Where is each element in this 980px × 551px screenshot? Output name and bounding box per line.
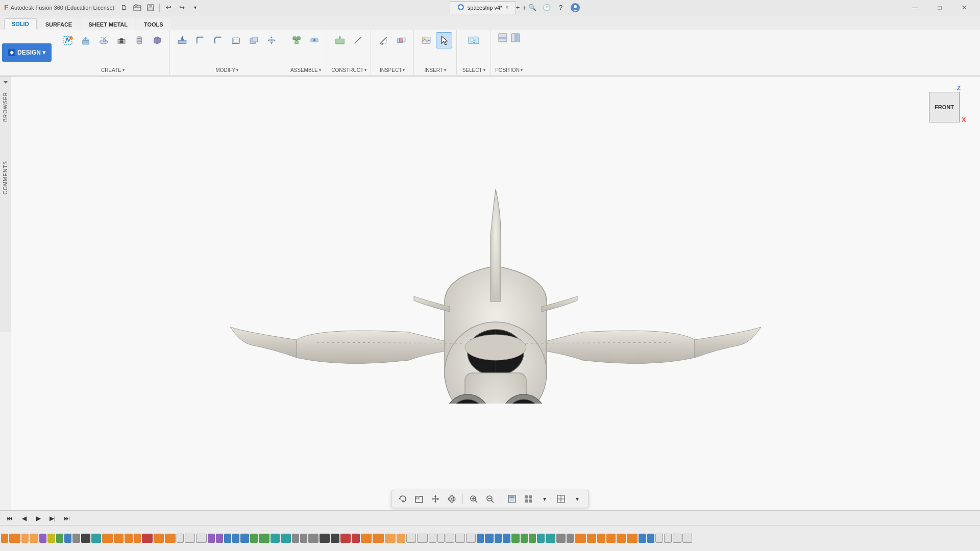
joint-icon[interactable] [306, 32, 323, 48]
viewport[interactable]: Z FRONT X [11, 77, 980, 510]
timeline-item-52[interactable] [511, 534, 519, 543]
skip-end-button[interactable]: ⏭ [61, 513, 72, 524]
sidebar-browser-tab[interactable]: BROWSER [1, 88, 10, 126]
timeline-item-42[interactable] [417, 534, 428, 543]
timeline-item-22[interactable] [216, 534, 223, 543]
timeline-item-31[interactable] [300, 534, 307, 543]
layout-more-icon[interactable]: ▾ [570, 492, 584, 506]
timeline-item-59[interactable] [575, 534, 586, 543]
timeline-item-24[interactable] [232, 534, 239, 543]
shell-icon[interactable] [228, 32, 244, 48]
timeline-item-8[interactable] [72, 534, 81, 543]
account-button[interactable] [570, 2, 581, 13]
combine-icon[interactable] [246, 32, 262, 48]
timeline-item-19[interactable] [185, 534, 195, 543]
prev-button[interactable]: ◀ [18, 513, 30, 524]
thread-icon[interactable] [131, 32, 148, 48]
tab-tools[interactable]: TOOLS [136, 18, 171, 30]
tab-close-button[interactable]: × [505, 5, 508, 10]
timeline-item-65[interactable] [639, 534, 646, 543]
timeline-item-20[interactable] [196, 534, 207, 543]
timeline-item-15[interactable] [142, 534, 153, 543]
play-button[interactable]: ▶ [33, 513, 44, 524]
position-right-icon[interactable] [510, 32, 521, 43]
timeline-item-25[interactable] [240, 534, 249, 543]
create-sketch-icon[interactable]: + [60, 32, 76, 48]
help-button[interactable]: ? [555, 2, 567, 13]
timeline-item-2[interactable] [21, 534, 29, 543]
redo-button[interactable]: ↪ [176, 2, 187, 13]
save-button[interactable] [145, 2, 156, 13]
construct-plane-icon[interactable] [332, 32, 348, 48]
timeline-item-9[interactable] [81, 534, 90, 543]
timeline-item-35[interactable] [340, 534, 351, 543]
timeline-item-55[interactable] [537, 534, 544, 543]
move-icon[interactable] [263, 32, 280, 48]
skip-start-button[interactable]: ⏮ [4, 513, 15, 524]
add-tab-button[interactable]: + [518, 2, 530, 14]
zoom-in-icon[interactable] [467, 492, 481, 506]
timeline-item-21[interactable] [208, 534, 215, 543]
create-more-icon[interactable] [149, 32, 165, 48]
select-tool-icon[interactable] [461, 32, 486, 48]
timeline-item-30[interactable] [292, 534, 299, 543]
timeline-item-13[interactable] [125, 534, 133, 543]
timeline-item-67[interactable] [655, 534, 663, 543]
timeline-item-17[interactable] [165, 534, 176, 543]
position-left-icon[interactable] [497, 32, 508, 43]
timeline-item-14[interactable] [134, 534, 141, 543]
timeline-item-37[interactable] [361, 534, 372, 543]
maximize-button[interactable]: □ [928, 0, 951, 15]
more-button[interactable]: ▾ [189, 2, 201, 13]
timeline-track[interactable] [0, 525, 980, 551]
timeline-item-58[interactable] [567, 534, 574, 543]
minimize-button[interactable]: — [903, 0, 927, 15]
timeline-item-4[interactable] [39, 534, 47, 543]
timeline-item-29[interactable] [281, 534, 291, 543]
timeline-item-68[interactable] [664, 534, 672, 543]
hole-icon[interactable] [113, 32, 130, 48]
timeline-item-44[interactable] [437, 534, 445, 543]
timeline-item-6[interactable] [56, 534, 63, 543]
timeline-item-12[interactable] [114, 534, 124, 543]
timeline-item-38[interactable] [373, 534, 383, 543]
timeline-item-32[interactable] [308, 534, 318, 543]
timeline-item-70[interactable] [682, 534, 692, 543]
new-file-button[interactable]: 🗋 [118, 2, 130, 13]
insert-image-icon[interactable] [418, 32, 434, 48]
open-button[interactable] [132, 2, 143, 13]
close-button[interactable]: ✕ [952, 0, 976, 15]
timeline-item-64[interactable] [627, 534, 638, 543]
timeline-item-26[interactable] [250, 534, 258, 543]
timeline-item-50[interactable] [495, 534, 502, 543]
timeline-item-66[interactable] [647, 534, 655, 543]
timeline-item-28[interactable] [271, 534, 280, 543]
time-button[interactable]: 🕐 [541, 2, 552, 13]
measure-icon[interactable]: d [375, 32, 391, 48]
extrude-icon[interactable] [78, 32, 94, 48]
timeline-item-63[interactable] [617, 534, 626, 543]
timeline-item-46[interactable] [455, 534, 465, 543]
chamfer-icon[interactable] [210, 32, 226, 48]
layout-icon[interactable] [554, 492, 568, 506]
timeline-item-0[interactable] [1, 534, 8, 543]
view-cube[interactable]: Z FRONT X [924, 87, 965, 128]
timeline-item-53[interactable] [521, 534, 528, 543]
timeline-item-56[interactable] [546, 534, 555, 543]
front-view-button[interactable]: FRONT [929, 92, 960, 122]
design-dropdown-button[interactable]: DESIGN ▾ [2, 43, 52, 62]
timeline-item-7[interactable] [64, 534, 71, 543]
timeline-item-18[interactable] [177, 534, 184, 543]
timeline-item-34[interactable] [331, 534, 339, 543]
timeline-item-57[interactable] [556, 534, 566, 543]
timeline-item-27[interactable] [259, 534, 270, 543]
timeline-item-41[interactable] [406, 534, 415, 543]
revolve-icon[interactable] [95, 32, 112, 48]
timeline-item-3[interactable] [30, 534, 38, 543]
timeline-item-23[interactable] [224, 534, 231, 543]
timeline-item-60[interactable] [587, 534, 596, 543]
sidebar-comments-tab[interactable]: COMMENTS [1, 157, 10, 198]
active-tab[interactable]: spaceship v4* × [450, 1, 516, 14]
undo-button[interactable]: ↩ [163, 2, 174, 13]
rotate-icon[interactable] [396, 492, 410, 506]
